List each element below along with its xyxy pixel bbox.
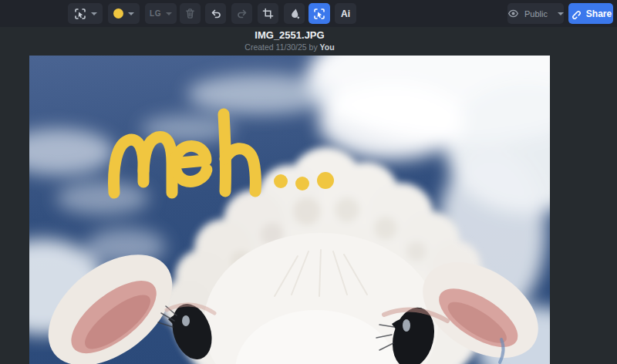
chevron-down-icon [91,12,97,15]
delete-button[interactable] [180,3,201,24]
select-region-button[interactable] [308,3,330,24]
ai-tools-button[interactable]: Ai [335,3,356,24]
sheep-photo [29,56,550,364]
ai-label: Ai [341,8,350,19]
select-region-icon [313,8,325,20]
undo-button[interactable] [205,3,226,24]
ink-drop-icon [288,8,301,20]
author-name: You [320,42,335,52]
file-title[interactable]: IMG_2551.JPG [29,29,550,42]
share-button[interactable]: Share [568,3,613,24]
redo-icon [236,8,248,20]
undo-icon [210,8,222,20]
link-icon [570,8,581,19]
eye-icon [507,8,519,19]
size-label: LG [150,9,161,18]
file-header: IMG_2551.JPG Created 11/30/25 by You [29,29,550,52]
chevron-down-icon [558,12,564,15]
visibility-label: Public [524,9,548,19]
select-tool-button[interactable] [68,3,103,24]
color-swatch [113,8,123,19]
size-picker-button[interactable]: LG [145,3,177,24]
created-text: Created 11/30/25 by [244,42,317,52]
visibility-button[interactable]: Public [507,3,564,24]
file-meta: Created 11/30/25 by You [29,42,550,52]
editor-toolbar: LG [0,0,617,27]
crop-button[interactable] [258,3,278,24]
highlight-fill-button[interactable] [284,3,305,24]
select-tool-icon [74,8,86,20]
redo-button[interactable] [231,3,252,24]
chevron-down-icon [128,12,134,15]
image-canvas[interactable] [29,56,550,364]
trash-icon [184,8,196,19]
crop-icon [262,8,274,19]
share-label: Share [586,8,612,19]
color-picker-button[interactable] [108,3,140,24]
chevron-down-icon [166,12,172,15]
